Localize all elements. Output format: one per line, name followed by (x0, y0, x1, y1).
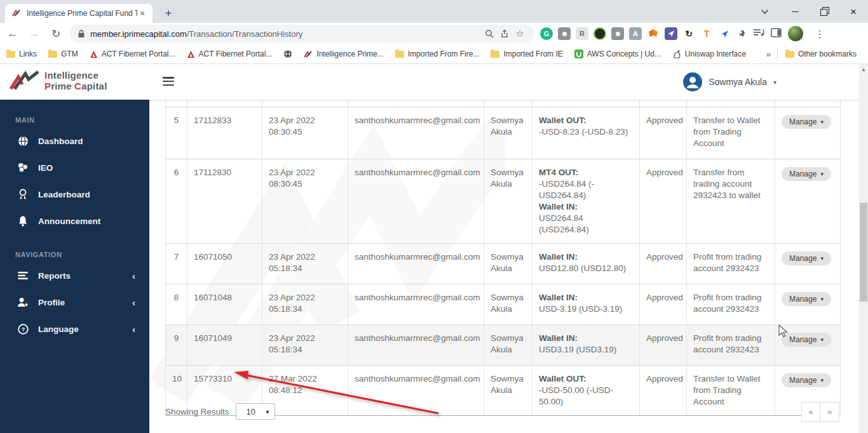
bookmark-folder[interactable]: Imported From IE (491, 50, 562, 58)
browser-tab[interactable]: Intelligence Prime Capital Fund T × (5, 4, 153, 23)
cell-date: 23 Apr 202205:18:34 (262, 324, 348, 365)
manage-button[interactable]: Manage▾ (782, 251, 831, 265)
cell-transaction: MT4 OUT:-USD264.84 (-USD264.84)Wallet IN… (532, 159, 640, 243)
tab-close-icon[interactable]: × (137, 8, 147, 18)
sidebar-item-leaderboard[interactable]: Leaderboard (0, 181, 149, 208)
scrollbar-thumb[interactable] (860, 203, 867, 302)
udemy-icon (574, 50, 583, 58)
window-close-button[interactable]: × (839, 1, 868, 22)
blue-extension-icon[interactable] (718, 27, 731, 40)
a-extension-icon[interactable]: A (629, 27, 642, 40)
act-icon (90, 50, 98, 58)
manage-button[interactable]: Manage▾ (782, 373, 831, 387)
sidebar-item-dashboard[interactable]: Dashboard (0, 128, 149, 154)
extension-icon[interactable] (611, 27, 624, 40)
sidebar-item-ieo[interactable]: IEO (0, 154, 149, 181)
cell-email: santhoshkumarmrec@gmail.com (348, 284, 484, 324)
forward-icon[interactable]: → (25, 25, 43, 43)
bookmark-item[interactable]: Uniswap Interface (672, 50, 746, 58)
share-icon[interactable] (497, 26, 512, 41)
bookmark-folder[interactable]: Links (6, 50, 37, 58)
globe-icon (17, 136, 29, 147)
new-tab-button[interactable]: + (160, 5, 177, 22)
manage-button[interactable]: Manage▾ (782, 115, 831, 129)
bookmark-item[interactable] (283, 50, 292, 58)
extensions-menu-puzzle-icon[interactable] (736, 27, 749, 40)
user-gear-icon (17, 297, 29, 307)
table-row: 8 16071048 23 Apr 202205:18:34 santhoshk… (166, 284, 841, 324)
folder-icon (395, 51, 404, 58)
reload-icon[interactable]: ↻ (47, 25, 65, 43)
table-row-partial (166, 100, 841, 107)
browser-menu-icon[interactable]: ⋮ (810, 28, 830, 40)
bookmark-star-icon[interactable]: ☆ (512, 26, 527, 41)
address-bar[interactable]: member.iprimecapital.com/Transaction/Tra… (70, 25, 534, 43)
cell-manage: Manage▾ (775, 107, 841, 159)
cell-name: Sowmya Akula (484, 243, 532, 284)
bookmarks-divider (777, 49, 778, 59)
caret-down-icon: ▾ (820, 377, 824, 383)
cell-date: 23 Apr 202208:30:45 (262, 159, 348, 243)
cell-manage: Manage▾ (775, 243, 841, 284)
bookmark-item[interactable]: ACT Fibernet Portal... (187, 50, 273, 58)
extension-icon[interactable] (558, 27, 571, 40)
act-icon (187, 50, 195, 58)
scrollbar-up-arrow-icon[interactable]: ▲ (859, 67, 868, 72)
cell-date: 23 Apr 202205:18:34 (262, 284, 348, 324)
cell-transaction: Wallet OUT:-USD-50.00 (-USD-50.00) (532, 365, 640, 415)
bookmark-item[interactable]: AWS Concepts | Ud... (574, 50, 661, 58)
list-icon (17, 271, 29, 280)
manage-button[interactable]: Manage▾ (782, 292, 831, 306)
bookmark-item[interactable]: Intelligence Prime... (304, 50, 383, 58)
cell-name: Sowmya Akula (484, 284, 532, 324)
back-icon[interactable]: ← (4, 25, 22, 43)
tronlink-extension-icon[interactable]: T (700, 27, 713, 40)
send-extension-icon[interactable] (665, 27, 677, 40)
bell-icon (17, 215, 29, 227)
page-scrollbar[interactable]: ▲ (859, 64, 868, 433)
cell-id: 16071049 (187, 324, 262, 365)
pagination-next-button[interactable]: » (820, 402, 839, 422)
pagination-prev-button[interactable]: « (801, 402, 820, 422)
globe-icon (283, 50, 292, 58)
sidebar-item-profile[interactable]: Profile ‹ (0, 289, 149, 316)
manage-button[interactable]: Manage▾ (782, 333, 831, 347)
sidebar-item-reports[interactable]: Reports ‹ (0, 262, 149, 289)
browser-profile-avatar[interactable] (788, 26, 803, 41)
cell-manage: Manage▾ (775, 284, 841, 324)
r-extension-icon[interactable]: R (576, 27, 588, 40)
sidebar-item-language[interactable]: ? Language ‹ (0, 316, 149, 342)
extensions-row: G R A ↻ T (540, 27, 749, 40)
bookmark-folder[interactable]: GTM (48, 50, 78, 58)
cell-status: Approved (640, 365, 687, 415)
app-header: Intelligence Prime Capital Sowmya Akula … (0, 64, 859, 100)
caret-down-icon: ▾ (820, 336, 824, 343)
metamask-extension-icon[interactable] (647, 27, 660, 40)
sidebar-toggle-hamburger-icon[interactable] (163, 77, 174, 86)
logo-text: Intelligence Prime Capital (44, 70, 107, 91)
table-row: 6 17112830 23 Apr 202208:30:45 santhoshk… (166, 159, 841, 243)
cell-status: Approved (640, 159, 687, 243)
window-minimize-button[interactable] (780, 1, 810, 22)
sidebar-item-announcement[interactable]: Announcement (0, 208, 149, 234)
other-bookmarks-folder[interactable]: Other bookmarks (785, 50, 857, 58)
page-size-select[interactable]: 10 ▾ (236, 403, 275, 420)
folder-icon (48, 51, 57, 58)
media-controls-icon[interactable] (754, 28, 764, 39)
sync-extension-icon[interactable]: ↻ (682, 27, 695, 40)
cell-status: Approved (640, 243, 687, 284)
manage-button[interactable]: Manage▾ (782, 167, 831, 181)
window-restore-button[interactable] (810, 1, 839, 22)
tab-search-icon[interactable] (751, 1, 780, 22)
grammarly-extension-icon[interactable]: G (540, 27, 553, 40)
privacy-extension-icon[interactable] (593, 27, 606, 40)
zoom-icon[interactable] (482, 26, 497, 41)
cell-email: santhoshkumarmrec@gmail.com (348, 159, 484, 243)
ipc-logo-icon (9, 69, 41, 92)
bookmark-item[interactable]: ACT Fibernet Portal... (90, 50, 175, 58)
user-menu[interactable]: Sowmya Akula ▾ (683, 72, 776, 91)
bookmarks-overflow-chevrons[interactable]: » (766, 50, 771, 59)
side-panel-icon[interactable] (771, 28, 782, 40)
bookmark-folder[interactable]: Imported From Fire... (395, 50, 480, 58)
cell-status: Approved (640, 324, 687, 365)
